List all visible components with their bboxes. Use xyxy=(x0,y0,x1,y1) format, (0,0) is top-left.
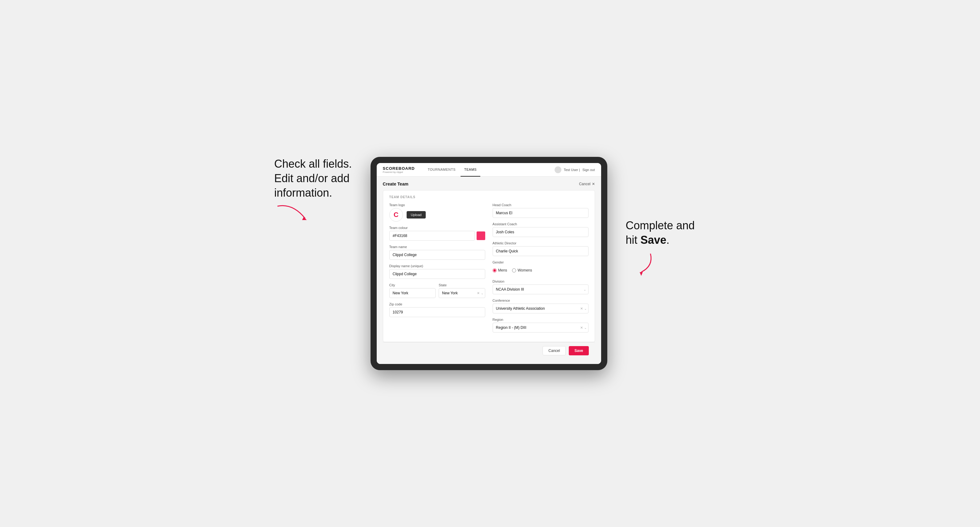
right-annotation: Complete and hit Save. xyxy=(626,219,706,278)
team-colour-label: Team colour xyxy=(389,226,485,230)
state-select-wrapper: New York ✕ ⌄ xyxy=(439,288,485,298)
conference-select[interactable]: University Athletic Association xyxy=(493,303,589,313)
state-clear-icon[interactable]: ✕ xyxy=(477,291,480,295)
page-header: Create Team Cancel ✕ xyxy=(383,181,595,186)
assistant-coach-field-group: Assistant Coach xyxy=(493,222,589,237)
team-colour-input[interactable] xyxy=(389,231,475,241)
right-arrow-icon xyxy=(626,248,657,278)
form-col-right: Head Coach Assistant Coach Athletic Dire… xyxy=(493,203,589,337)
cancel-top-button[interactable]: Cancel ✕ xyxy=(579,182,595,186)
zip-field-group: Zip code xyxy=(389,302,485,317)
division-label: Division xyxy=(493,279,589,283)
form-col-left: Team logo C Upload Team colo xyxy=(389,203,485,337)
gender-field-group: Gender Mens Womens xyxy=(493,260,589,275)
nav-bar: SCOREBOARD Powered by clippd TOURNAMENTS… xyxy=(377,163,601,176)
close-icon: ✕ xyxy=(592,182,595,186)
cancel-button[interactable]: Cancel xyxy=(542,346,566,356)
avatar xyxy=(555,167,562,173)
nav-logo-sub: Powered by clippd xyxy=(383,171,415,173)
form-card: TEAM DETAILS Team logo C xyxy=(383,190,595,342)
city-state-row: City State New York xyxy=(389,283,485,302)
assistant-coach-label: Assistant Coach xyxy=(493,222,589,226)
team-logo-field-group: Team logo C Upload xyxy=(389,203,485,222)
sign-out-link[interactable]: Sign out xyxy=(582,168,595,171)
head-coach-field-group: Head Coach xyxy=(493,203,589,218)
state-label: State xyxy=(439,283,485,287)
gender-womens-label[interactable]: Womens xyxy=(512,268,532,273)
nav-right: Test User | Sign out xyxy=(555,167,595,173)
svg-marker-1 xyxy=(640,272,643,276)
city-input[interactable] xyxy=(389,288,436,298)
state-field-group: State New York ✕ ⌄ xyxy=(439,283,485,298)
conference-clear-icon[interactable]: ✕ xyxy=(580,306,583,311)
color-swatch[interactable] xyxy=(477,232,485,240)
head-coach-input[interactable] xyxy=(493,208,589,218)
conference-label: Conference xyxy=(493,298,589,302)
conference-field-group: Conference University Athletic Associati… xyxy=(493,298,589,313)
display-name-label: Display name (unique) xyxy=(389,264,485,268)
city-label: City xyxy=(389,283,436,287)
team-name-label: Team name xyxy=(389,245,485,249)
tablet-frame: SCOREBOARD Powered by clippd TOURNAMENTS… xyxy=(371,157,607,370)
section-label: TEAM DETAILS xyxy=(389,195,589,199)
color-field-wrapper xyxy=(389,231,485,241)
form-columns: Team logo C Upload Team colo xyxy=(389,203,589,337)
display-name-field-group: Display name (unique) xyxy=(389,264,485,279)
gender-radio-group: Mens Womens xyxy=(493,265,589,275)
logo-area: C Upload xyxy=(389,208,485,222)
athletic-director-field-group: Athletic Director xyxy=(493,241,589,256)
region-label: Region xyxy=(493,318,589,321)
region-select[interactable]: Region II - (M) DIII xyxy=(493,323,589,333)
team-name-field-group: Team name xyxy=(389,245,485,260)
zip-label: Zip code xyxy=(389,302,485,306)
nav-link-teams[interactable]: TEAMS xyxy=(461,163,480,176)
content: Create Team Cancel ✕ TEAM DETAILS Team xyxy=(377,176,601,364)
division-field-group: Division NCAA Division III ⌄ xyxy=(493,279,589,294)
region-select-wrapper: Region II - (M) DIII ✕ ⌄ xyxy=(493,323,589,333)
page-title: Create Team xyxy=(383,181,409,186)
division-select[interactable]: NCAA Division III xyxy=(493,284,589,294)
team-name-input[interactable] xyxy=(389,250,485,260)
left-annotation: Check all fields. Edit and/or add inform… xyxy=(274,157,352,225)
nav-links: TOURNAMENTS TEAMS xyxy=(424,163,480,176)
display-name-input[interactable] xyxy=(389,269,485,279)
nav-link-tournaments[interactable]: TOURNAMENTS xyxy=(424,163,459,176)
athletic-director-label: Athletic Director xyxy=(493,241,589,245)
save-button[interactable]: Save xyxy=(569,346,589,356)
user-name: Test User | xyxy=(564,168,580,171)
nav-logo-title: SCOREBOARD xyxy=(383,166,415,171)
form-footer: Cancel Save xyxy=(383,342,595,359)
gender-label: Gender xyxy=(493,260,589,264)
zip-input[interactable] xyxy=(389,307,485,317)
region-clear-icon[interactable]: ✕ xyxy=(580,326,583,330)
tablet-screen: SCOREBOARD Powered by clippd TOURNAMENTS… xyxy=(377,163,601,364)
team-logo-label: Team logo xyxy=(389,203,485,207)
head-coach-label: Head Coach xyxy=(493,203,589,207)
gender-womens-radio[interactable] xyxy=(512,268,516,273)
gender-mens-label[interactable]: Mens xyxy=(493,268,507,273)
athletic-director-input[interactable] xyxy=(493,246,589,256)
assistant-coach-input[interactable] xyxy=(493,227,589,237)
region-field-group: Region Region II - (M) DIII ✕ ⌄ xyxy=(493,318,589,333)
division-select-wrapper: NCAA Division III ⌄ xyxy=(493,284,589,294)
team-colour-field-group: Team colour xyxy=(389,226,485,241)
nav-logo: SCOREBOARD Powered by clippd xyxy=(383,166,415,173)
gender-mens-radio[interactable] xyxy=(493,268,496,273)
logo-circle: C xyxy=(389,208,403,222)
left-arrow-icon xyxy=(274,200,311,225)
city-field-group: City xyxy=(389,283,436,298)
upload-button[interactable]: Upload xyxy=(407,211,426,219)
conference-select-wrapper: University Athletic Association ✕ ⌄ xyxy=(493,303,589,313)
